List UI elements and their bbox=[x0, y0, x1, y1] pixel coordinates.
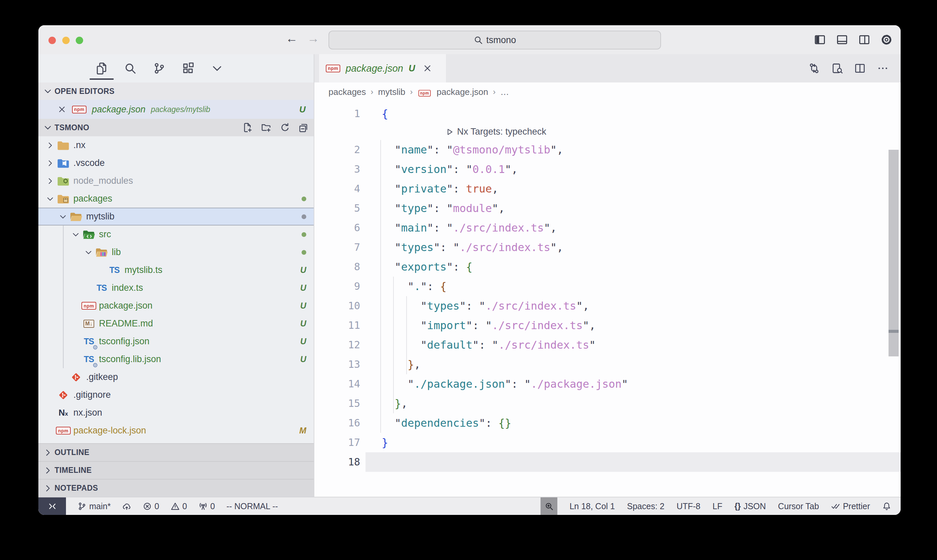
close-tab-icon[interactable] bbox=[422, 63, 432, 73]
tree-item-package.json[interactable]: npmpackage.jsonU bbox=[38, 297, 314, 315]
tree-item-.gitignore[interactable]: .gitignore bbox=[38, 386, 314, 404]
status-item-screencast-zoom[interactable] bbox=[540, 497, 557, 515]
tree-item-mytslib.ts[interactable]: TSmytslib.tsU bbox=[38, 261, 314, 279]
gear-icon[interactable] bbox=[880, 34, 892, 46]
code-line[interactable]: 15 }, bbox=[314, 394, 901, 413]
tree-item-packages[interactable]: packages bbox=[38, 190, 314, 208]
code-line[interactable]: 9 ".": { bbox=[314, 277, 901, 296]
close-icon[interactable] bbox=[57, 105, 67, 114]
layout-panel-icon[interactable] bbox=[836, 34, 848, 46]
status-item-notifications[interactable] bbox=[882, 497, 891, 515]
tree-item-index.ts[interactable]: TSindex.tsU bbox=[38, 279, 314, 297]
breadcrumb-item[interactable]: packages bbox=[328, 87, 366, 97]
view-chevron-down-icon[interactable] bbox=[211, 62, 223, 75]
tree-item-.nx[interactable]: .nx bbox=[38, 136, 314, 154]
ellipsis-icon[interactable] bbox=[877, 63, 889, 74]
new-file-icon[interactable] bbox=[242, 123, 252, 132]
compare-icon[interactable] bbox=[808, 63, 820, 74]
history-back-button[interactable]: ← bbox=[283, 31, 300, 45]
tree-item-README.md[interactable]: M↓README.mdU bbox=[38, 315, 314, 332]
chevron-down-icon[interactable] bbox=[57, 212, 69, 221]
open-editor-item[interactable]: npm package.json packages/mytslib U bbox=[38, 100, 314, 119]
sidebar-section-outline[interactable]: OUTLINE bbox=[38, 443, 314, 461]
status-item-vim-mode[interactable]: -- NORMAL -- bbox=[226, 497, 278, 515]
code-line[interactable]: 18 bbox=[314, 452, 901, 472]
tree-item-mytslib[interactable]: mytslib bbox=[38, 208, 314, 226]
view-extensions-icon[interactable] bbox=[182, 62, 195, 75]
code-line[interactable]: 16 "dependencies": {} bbox=[314, 413, 901, 433]
chevron-right-icon bbox=[43, 484, 52, 493]
status-item-formatter[interactable]: Prettier bbox=[831, 497, 870, 515]
workspace-header[interactable]: TSMONO bbox=[38, 119, 314, 136]
chevron-right-icon[interactable] bbox=[44, 159, 57, 168]
new-folder-icon[interactable] bbox=[261, 123, 271, 132]
split-editor-icon[interactable] bbox=[854, 63, 866, 74]
zoom-window-button[interactable] bbox=[76, 37, 83, 44]
view-files-icon[interactable] bbox=[95, 62, 108, 75]
status-item-eol[interactable]: LF bbox=[712, 497, 722, 515]
code-line[interactable]: 11 "import": "./src/index.ts", bbox=[314, 316, 901, 335]
view-source-control-icon[interactable] bbox=[153, 62, 166, 75]
chevron-down-icon[interactable] bbox=[44, 194, 57, 203]
codelens-nx-targets[interactable]: Nx Targets: typecheck bbox=[365, 123, 546, 140]
code-line[interactable]: 6 "main": "./src/index.ts", bbox=[314, 218, 901, 238]
status-item-cursor-tab[interactable]: Cursor Tab bbox=[778, 497, 819, 515]
history-forward-button[interactable]: → bbox=[305, 31, 322, 45]
chevron-down-icon[interactable] bbox=[69, 230, 82, 239]
tab-package-json[interactable]: npm package.json U bbox=[319, 54, 446, 82]
code-line[interactable]: 14 "./package.json": "./package.json" bbox=[314, 374, 901, 394]
code-line[interactable]: 17} bbox=[314, 433, 901, 452]
status-item-cursor-position[interactable]: Ln 18, Col 1 bbox=[569, 497, 615, 515]
code-line[interactable]: 3 "version": "0.0.1", bbox=[314, 160, 901, 179]
search-editor-icon[interactable] bbox=[831, 63, 843, 74]
chevron-right-icon[interactable] bbox=[44, 141, 57, 150]
chevron-right-icon[interactable] bbox=[44, 177, 57, 185]
minimize-window-button[interactable] bbox=[62, 37, 70, 44]
code-line[interactable]: 2 "name": "@tsmono/mytslib", bbox=[314, 140, 901, 160]
sidebar-section-notepads[interactable]: NOTEPADS bbox=[38, 479, 314, 497]
refresh-icon[interactable] bbox=[280, 123, 290, 132]
chevron-down-icon[interactable] bbox=[82, 248, 95, 257]
tree-item-package-lock.json[interactable]: npmpackage-lock.jsonM bbox=[38, 422, 314, 440]
code-line[interactable]: 4 "private": true, bbox=[314, 179, 901, 198]
open-editors-header[interactable]: OPEN EDITORS bbox=[38, 82, 314, 100]
status-item-remote-indicator[interactable] bbox=[38, 497, 66, 515]
breadcrumb-item[interactable]: package.json bbox=[437, 87, 488, 97]
status-item-language-mode[interactable]: {}JSON bbox=[734, 497, 766, 515]
breadcrumb-item[interactable]: mytslib bbox=[378, 87, 405, 97]
tree-item-.gitkeep[interactable]: .gitkeep bbox=[38, 368, 314, 386]
code-line[interactable]: 7 "types": "./src/index.ts", bbox=[314, 238, 901, 257]
status-item-ports[interactable]: 0 bbox=[198, 497, 215, 515]
status-item-encoding[interactable]: UTF-8 bbox=[677, 497, 700, 515]
tree-item-tsconfig.lib.json[interactable]: TStsconfig.lib.jsonU bbox=[38, 350, 314, 368]
code-line[interactable]: 10 "types": "./src/index.ts", bbox=[314, 296, 901, 316]
tree-item-.vscode[interactable]: .vscode bbox=[38, 154, 314, 172]
close-window-button[interactable] bbox=[48, 37, 56, 44]
status-item-errors[interactable]: 0 bbox=[143, 497, 159, 515]
code-line[interactable]: 13 }, bbox=[314, 355, 901, 374]
titlebar[interactable]: ← → tsmono bbox=[38, 25, 901, 54]
tree-item-lib[interactable]: lib bbox=[38, 243, 314, 261]
status-item-warnings[interactable]: 0 bbox=[171, 497, 187, 515]
status-item-indentation[interactable]: Spaces: 2 bbox=[627, 497, 665, 515]
status-item-git-branch[interactable]: main* bbox=[77, 497, 111, 515]
editor-scrollbar[interactable] bbox=[889, 150, 899, 356]
layout-sidebar-right-icon[interactable] bbox=[858, 34, 870, 46]
collapse-all-icon[interactable] bbox=[299, 123, 309, 132]
tree-item-nx.json[interactable]: Nxnx.json bbox=[38, 404, 314, 422]
code-line[interactable]: 8 "exports": { bbox=[314, 257, 901, 277]
breadcrumb-item[interactable]: … bbox=[500, 87, 509, 97]
sidebar-section-timeline[interactable]: TIMELINE bbox=[38, 461, 314, 479]
tree-item-node-modules[interactable]: node_modules bbox=[38, 172, 314, 190]
line-number: 8 bbox=[314, 257, 365, 277]
layout-sidebar-left-icon[interactable] bbox=[814, 34, 826, 46]
code-line[interactable]: 1{ bbox=[314, 104, 901, 123]
tree-item-tsconfig.json[interactable]: TStsconfig.jsonU bbox=[38, 332, 314, 350]
status-item-publish[interactable] bbox=[122, 497, 131, 515]
code-line[interactable]: 5 "type": "module", bbox=[314, 198, 901, 218]
editor-body[interactable]: 1{Nx Targets: typecheck2 "name": "@tsmon… bbox=[314, 101, 901, 497]
code-line[interactable]: 12 "default": "./src/index.ts" bbox=[314, 335, 901, 355]
tree-item-src[interactable]: src bbox=[38, 226, 314, 243]
command-center-search[interactable]: tsmono bbox=[328, 31, 661, 49]
view-search-icon[interactable] bbox=[124, 62, 137, 75]
